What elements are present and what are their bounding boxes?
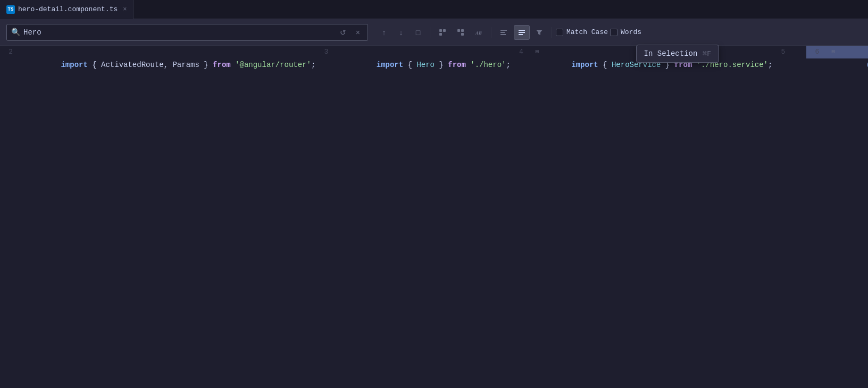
words-checkbox[interactable] [610,29,617,36]
toggle-replace-button[interactable] [435,25,450,40]
search-input[interactable] [23,28,333,37]
tooltip-shortcut: ⌘F [703,49,711,58]
search-separator-3 [551,27,552,38]
match-case-checkbox[interactable] [556,29,563,36]
search-select-all-button[interactable]: □ [411,25,425,40]
svg-rect-0 [439,29,442,32]
collapse-replace-button[interactable] [453,25,469,40]
search-actions: ↑ ↓ □ 𝑨𝑩 [377,25,641,40]
svg-rect-7 [500,30,507,31]
search-next-button[interactable]: ↓ [394,25,408,40]
search-icon: 🔍 [11,28,20,37]
search-bar: 🔍 ↺ × ↑ ↓ □ 𝑨𝑩 [0,19,868,46]
search-prev-button[interactable]: ↑ [377,25,391,40]
words-text: Words [621,28,641,36]
tab-bar: TS hero-detail.component.ts × [0,0,868,19]
table-row: 5 [772,46,806,58]
in-selection-button[interactable] [514,25,530,40]
svg-rect-1 [443,29,446,32]
svg-rect-4 [461,29,464,32]
svg-rect-11 [519,32,525,33]
table-row: 6 ⊟ @Component({ [806,46,868,58]
svg-text:𝑨𝑩: 𝑨𝑩 [475,30,482,36]
words-label[interactable]: Words [610,28,641,36]
tab-close-button[interactable]: × [123,6,127,13]
tooltip-text: In Selection [644,49,698,58]
tab-filename: hero-detail.component.ts [18,5,118,13]
match-case-label[interactable]: Match Case [556,28,608,36]
tab-type-icon: TS [6,5,15,14]
align-button[interactable] [496,25,512,40]
svg-rect-9 [500,34,506,35]
in-selection-tooltip: In Selection ⌘F [636,45,719,63]
filter-button[interactable] [532,25,547,40]
svg-rect-10 [519,30,525,31]
table-row: 2 import { ActivatedRoute, Params } from… [0,46,315,58]
table-row: 3 import { Hero } from './hero'; [315,46,511,58]
search-undo-button[interactable]: ↺ [337,27,349,38]
tab-hero-detail[interactable]: TS hero-detail.component.ts × [0,0,133,19]
svg-rect-5 [461,33,464,36]
search-close-button[interactable]: × [353,27,363,38]
svg-rect-3 [457,29,460,32]
svg-rect-12 [519,34,523,35]
preserve-case-button[interactable]: 𝑨𝑩 [471,25,487,40]
svg-rect-8 [500,32,505,33]
search-input-wrapper: 🔍 ↺ × [6,24,368,41]
svg-rect-2 [439,33,442,36]
code-editor: 2 import { ActivatedRoute, Params } from… [0,46,868,388]
search-separator-2 [491,27,491,38]
match-case-text: Match Case [566,28,608,36]
search-separator-1 [430,27,430,38]
